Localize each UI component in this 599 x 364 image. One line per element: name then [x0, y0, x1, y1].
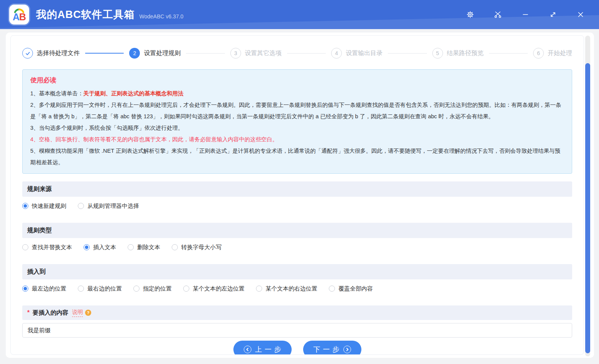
- minimize-icon[interactable]: [521, 10, 530, 19]
- step-number: 6: [533, 48, 544, 59]
- scrollbar-track[interactable]: [585, 36, 590, 356]
- insert-content-input[interactable]: [22, 323, 572, 338]
- step-connector: [489, 53, 528, 54]
- step-item-4[interactable]: 4设置输出目录: [331, 48, 382, 59]
- step-label: 结果路径预览: [447, 49, 484, 57]
- rule-type-options: 查找并替换文本插入文本删除文本转换字母大小写: [22, 238, 572, 256]
- radio-option-从规则管理器中选择[interactable]: 从规则管理器中选择: [78, 202, 139, 210]
- rule-source-options: 快速新建规则从规则管理器中选择: [22, 197, 572, 215]
- radio-selected-icon: [22, 203, 28, 209]
- next-arrow-icon: [343, 346, 351, 353]
- prev-arrow-icon: [244, 346, 251, 353]
- app-title: 我的ABC软件工具箱: [36, 8, 135, 21]
- help-link[interactable]: 说明: [72, 309, 83, 317]
- step-item-5[interactable]: 5结果路径预览: [432, 48, 484, 59]
- step-check-icon: [22, 48, 33, 59]
- step-connector: [85, 53, 124, 54]
- radio-option-label: 某个文本的右边位置: [266, 285, 317, 292]
- radio-unselected-icon: [78, 203, 84, 209]
- step-label: 设置其它选项: [245, 49, 282, 57]
- radio-unselected-icon: [183, 286, 189, 292]
- radio-selected-icon: [22, 286, 28, 292]
- notice-title: 使用必读: [30, 76, 564, 85]
- page-background: 选择待处理文件2设置处理规则3设置其它选项4设置输出目录5结果路径预览6开始处理…: [0, 29, 599, 364]
- insert-content-label: 要插入的内容: [33, 309, 68, 317]
- step-number: 5: [432, 48, 443, 59]
- notice-line-4: 4、空格、回车换行、制表符等看不见的内容也属于文本，因此，请务必留意输入内容中的…: [30, 134, 564, 145]
- step-item-2[interactable]: 2设置处理规则: [129, 48, 181, 59]
- radio-option-插入文本[interactable]: 插入文本: [84, 244, 116, 251]
- scrollbar-thumb[interactable]: [585, 63, 590, 353]
- content-card: 选择待处理文件2设置处理规则3设置其它选项4设置输出目录5结果路径预览6开始处理…: [10, 35, 584, 355]
- settings-gear-icon[interactable]: [466, 10, 475, 19]
- step-connector: [388, 53, 427, 54]
- step-number: 3: [230, 48, 241, 59]
- step-label: 设置输出目录: [346, 49, 382, 57]
- notice-line-3: 3、当勾选多个规则时，系统会按「勾选顺序」依次进行处理。: [30, 122, 564, 134]
- radio-option-label: 快速新建规则: [32, 202, 66, 210]
- radio-unselected-icon: [133, 286, 139, 292]
- notice-line1-prefix: 1、基本概念请单击：: [30, 90, 84, 96]
- radio-option-label: 指定的位置: [143, 285, 172, 292]
- step-number: 4: [331, 48, 342, 59]
- title-bar: A B 我的ABC软件工具箱 WodeABC v6.37.0: [0, 0, 599, 29]
- next-step-button[interactable]: 下一步: [303, 341, 361, 355]
- prev-step-button[interactable]: 上一步: [233, 341, 292, 355]
- radio-option-删除文本[interactable]: 删除文本: [128, 244, 160, 251]
- radio-option-快速新建规则[interactable]: 快速新建规则: [22, 202, 66, 210]
- radio-option-转换字母大小写[interactable]: 转换字母大小写: [172, 244, 222, 251]
- step-label: 选择待处理文件: [37, 49, 80, 57]
- step-connector: [186, 53, 225, 54]
- rule-source-title: 规则来源: [27, 185, 52, 193]
- help-question-icon[interactable]: ?: [85, 310, 91, 316]
- radio-selected-icon: [84, 244, 90, 250]
- footer-buttons: 上一步 下一步: [22, 341, 572, 355]
- step-label: 设置处理规则: [144, 49, 181, 57]
- step-number: 2: [129, 48, 140, 59]
- radio-option-label: 最右边的位置: [87, 285, 122, 292]
- main-panel: 选择待处理文件2设置处理规则3设置其它选项4设置输出目录5结果路径预览6开始处理…: [6, 33, 594, 358]
- notice-line-1: 1、基本概念请单击：关于规则、正则表达式的基本概念和用法: [30, 88, 564, 99]
- notice-concept-link[interactable]: 关于规则、正则表达式的基本概念和用法: [84, 90, 184, 96]
- radio-option-某个文本的左边位置[interactable]: 某个文本的左边位置: [183, 285, 245, 292]
- radio-option-label: 转换字母大小写: [181, 244, 222, 251]
- radio-option-最左边的位置[interactable]: 最左边的位置: [22, 285, 66, 292]
- step-item-1[interactable]: 选择待处理文件: [22, 48, 80, 59]
- window-controls: [466, 10, 585, 19]
- radio-unselected-icon: [78, 286, 84, 292]
- rule-type-title: 规则类型: [27, 227, 52, 235]
- radio-option-label: 覆盖全部内容: [338, 285, 373, 292]
- radio-unselected-icon: [256, 286, 262, 292]
- rule-type-header: 规则类型: [22, 223, 572, 238]
- radio-option-label: 查找并替换文本: [32, 244, 72, 251]
- required-asterisk: *: [27, 309, 30, 316]
- radio-option-label: 删除文本: [137, 244, 160, 251]
- radio-unselected-icon: [172, 244, 178, 250]
- radio-unselected-icon: [22, 244, 28, 250]
- wizard-stepper: 选择待处理文件2设置处理规则3设置其它选项4设置输出目录5结果路径预览6开始处理: [22, 48, 572, 59]
- step-item-3[interactable]: 3设置其它选项: [230, 48, 282, 59]
- radio-unselected-icon: [329, 286, 335, 292]
- svg-text:A: A: [13, 11, 20, 22]
- radio-option-最右边的位置[interactable]: 最右边的位置: [78, 285, 122, 292]
- radio-option-覆盖全部内容[interactable]: 覆盖全部内容: [329, 285, 373, 292]
- close-icon[interactable]: [576, 10, 585, 19]
- radio-option-某个文本的右边位置[interactable]: 某个文本的右边位置: [256, 285, 317, 292]
- maximize-resize-icon[interactable]: [548, 10, 558, 19]
- insert-to-header: 插入到: [22, 264, 572, 279]
- app-version: WodeABC v6.37.0: [139, 13, 184, 20]
- notice-line-2: 2、多个规则应用于同一文件时，只有在上一条规则处理完后，才会处理下一条规则。因此…: [30, 99, 564, 122]
- notice-line-5: 5、模糊查找功能采用「微软 .NET 正则表达式解析引擎」来实现，「正则表达式」…: [30, 145, 564, 168]
- radio-option-label: 插入文本: [93, 244, 116, 251]
- radio-option-label: 从规则管理器中选择: [87, 202, 139, 210]
- rule-source-header: 规则来源: [22, 181, 572, 197]
- svg-text:B: B: [19, 11, 26, 22]
- prev-step-label: 上一步: [255, 345, 284, 354]
- scissors-screenshot-icon[interactable]: [493, 10, 502, 19]
- radio-option-指定的位置[interactable]: 指定的位置: [133, 285, 172, 292]
- step-item-6[interactable]: 6开始处理: [533, 48, 572, 59]
- radio-option-查找并替换文本[interactable]: 查找并替换文本: [22, 244, 72, 251]
- step-label: 开始处理: [548, 49, 572, 57]
- usage-notice-box: 使用必读 1、基本概念请单击：关于规则、正则表达式的基本概念和用法 2、多个规则…: [22, 69, 572, 174]
- next-step-label: 下一步: [313, 345, 342, 354]
